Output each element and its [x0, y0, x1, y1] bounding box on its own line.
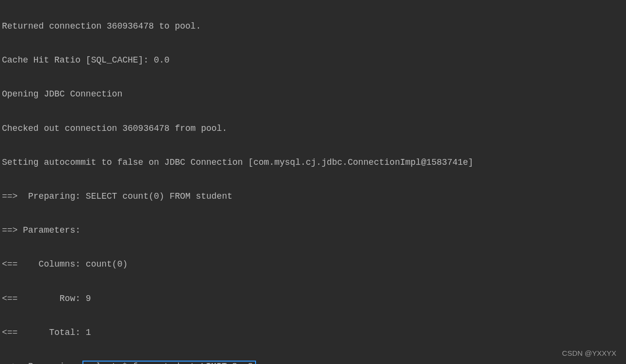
log-line-preparing-highlighted: ==> Preparing:select * from student LIMI…	[2, 358, 624, 364]
log-line-total: <== Total: 1	[2, 324, 624, 341]
log-line: Returned connection 360936478 to pool.	[2, 18, 624, 35]
log-line: Cache Hit Ratio [SQL_CACHE]: 0.0	[2, 52, 624, 69]
log-line: Opening JDBC Connection	[2, 86, 624, 103]
log-line-parameters: ==> Parameters:	[2, 222, 624, 239]
log-line-row: <== Row: 9	[2, 290, 624, 307]
log-line: Checked out connection 360936478 from po…	[2, 120, 624, 137]
log-line-columns: <== Columns: count(0)	[2, 256, 624, 273]
console-output: Returned connection 360936478 to pool. C…	[0, 0, 626, 364]
sql-highlight: select * from student LIMIT ?, ?	[82, 361, 256, 364]
log-prefix: ==> Preparing:	[2, 362, 80, 364]
log-line: Setting autocommit to false on JDBC Conn…	[2, 154, 624, 171]
watermark-text: CSDN @YXXYX	[562, 346, 616, 360]
log-line-preparing: ==> Preparing: SELECT count(0) FROM stud…	[2, 188, 624, 205]
